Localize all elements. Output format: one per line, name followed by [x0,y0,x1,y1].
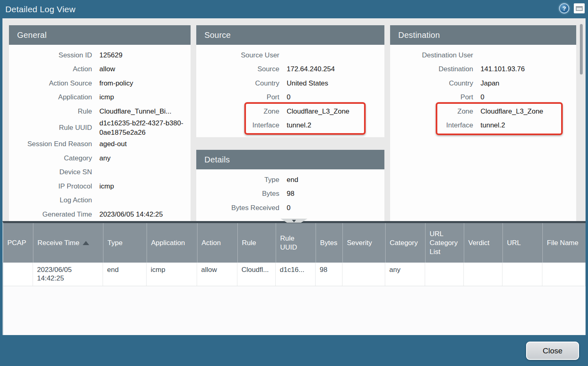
table-cell: allow [197,263,237,286]
field-value: tunnel.2 [287,121,312,130]
scrollbar-thumb[interactable] [580,24,583,75]
field-label: Port [390,92,473,102]
column-header[interactable]: URL Category List [425,223,464,263]
column-header[interactable]: Verdict [464,223,502,263]
column-header-label: Category [390,239,418,248]
column-header-label: PCAP [7,239,26,248]
close-button[interactable]: Close [526,342,579,360]
field-label: Source [196,64,279,74]
column-header-label: URL [507,239,521,248]
scrollbar-track[interactable] [580,22,584,218]
table-cell: Cloudfl... [237,263,276,286]
field-row: Categoryany [9,151,191,165]
field-value: 0 [480,92,484,102]
window-icon[interactable] [574,3,585,13]
field-label: Zone [196,107,279,116]
field-row: Destination141.101.93.76 [390,62,576,77]
chevron-down-icon [292,220,296,222]
help-icon[interactable]: ? [559,3,569,13]
field-row: Session ID125629 [9,48,191,62]
column-header-label: Receive Time [37,239,79,248]
details-panel: Details TypeendBytes98Bytes Received0 [196,150,384,221]
field-row: Actionallow [9,62,191,77]
field-row: Source172.64.240.254 [196,62,384,77]
field-value: 0 [287,92,290,102]
column-header[interactable]: PCAP [3,223,33,263]
field-value: United States [287,79,328,88]
field-label: Session End Reason [9,139,92,149]
window-icon-glyph [576,6,583,11]
column-header[interactable]: Category [385,223,425,263]
table-cell: icmp [147,263,197,286]
column-header-label: Type [108,239,123,248]
field-label: Port [196,92,279,102]
sort-asc-icon [83,241,89,245]
field-row: Rule UUIDd1c16235-b2f2-4327-b380-0ae1875… [9,118,191,137]
table-cell [3,263,33,286]
field-value: 125629 [99,50,123,60]
field-value: Japan [480,79,499,88]
field-value: aged-out [99,139,127,149]
field-label: Bytes [196,189,279,198]
field-label: Action Source [9,79,92,88]
general-panel: General Session ID125629ActionallowActio… [9,25,191,221]
field-label: Interface [390,121,473,130]
column-header[interactable]: Rule [237,223,276,263]
page-title: Detailed Log View [0,4,75,14]
column-header-label: File Name [547,239,578,248]
field-value: icmp [99,92,114,102]
table-cell [425,263,464,286]
field-row: Log Action [9,193,191,208]
column-header[interactable]: File Name [542,223,586,263]
table-cell [502,263,542,286]
field-row: Session End Reasonaged-out [9,137,191,151]
field-label: Action [9,64,92,74]
field-label: Application [9,92,92,102]
field-label: Destination [390,64,473,74]
column-header[interactable]: Action [197,223,237,263]
column-header[interactable]: Receive Time [33,223,103,263]
source-panel: Source Source UserSource172.64.240.254Co… [196,25,384,137]
field-label: Type [196,175,279,184]
table-cell: end [103,263,147,286]
field-row: ZoneCloudflare_L3_Zone [196,104,384,118]
field-row: Destination User [390,48,576,62]
field-value: 2023/06/05 14:42:25 [99,210,163,219]
column-header[interactable]: Rule UUID [276,223,316,263]
details-fields: TypeendBytes98Bytes Received0 [196,169,384,215]
field-label: Interface [196,121,279,130]
field-value: from-policy [99,79,133,88]
column-header[interactable]: Type [103,223,147,263]
titlebar-icons: ? [559,3,585,13]
field-row: IP Protocolicmp [9,179,191,193]
detail-panels-area: General Session ID125629ActionallowActio… [2,18,586,221]
destination-fields: Destination UserDestination141.101.93.76… [390,45,576,132]
column-header-label: Severity [347,239,372,248]
field-value: icmp [99,182,114,191]
field-row: Interfacetunnel.2 [196,118,384,133]
column-header[interactable]: Bytes [316,223,342,263]
column-header[interactable]: Severity [342,223,385,263]
column-header[interactable]: URL [502,223,542,263]
field-row: Typeend [196,173,384,187]
field-value: 172.64.240.254 [287,64,335,74]
table-cell [342,263,385,286]
field-row: Device SN [9,165,191,180]
field-value: any [99,153,110,163]
table-row[interactable]: 2023/06/05 14:42:25endicmpallowCloudfl..… [3,263,586,286]
column-header-label: URL Category List [430,230,460,256]
field-row: Generated Time2023/06/05 14:42:25 [9,207,191,221]
field-value: 98 [287,189,294,198]
table-cell: any [385,263,425,286]
field-label: Rule UUID [9,123,92,132]
column-header[interactable]: Application [147,223,197,263]
details-panel-header: Details [196,150,384,169]
field-row: Interfacetunnel.2 [390,118,576,133]
log-table-header-row: PCAPReceive TimeTypeApplicationActionRul… [3,223,586,263]
field-row: Bytes Received0 [196,201,384,215]
table-cell [464,263,502,286]
field-row: ZoneCloudflare_L3_Zone [390,104,576,118]
field-value: Cloudflare_L3_Zone [287,107,349,116]
field-label: Rule [9,107,92,116]
field-label: Country [196,79,279,88]
